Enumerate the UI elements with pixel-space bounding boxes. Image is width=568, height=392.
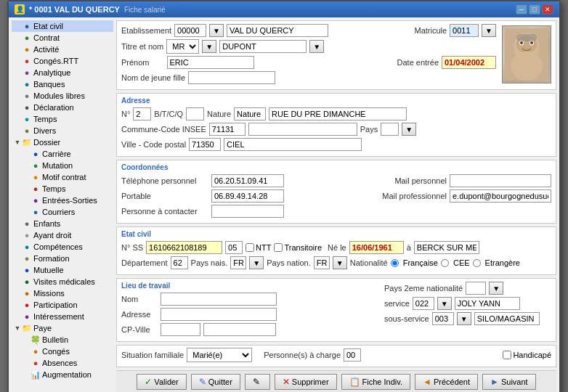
sidebar-item-declaration[interactable]: ● Déclaration: [12, 102, 113, 113]
matricule-input[interactable]: [450, 24, 479, 37]
pays-nais-input[interactable]: [230, 256, 246, 269]
sidebar-item-bulletin[interactable]: 🍀 Bulletin: [12, 334, 113, 346]
pays-nation-button[interactable]: ▼: [333, 256, 347, 269]
personnes-charge-input[interactable]: [344, 348, 361, 362]
nss-input[interactable]: [146, 241, 222, 254]
sidebar-item-activite[interactable]: ● Activité: [12, 44, 113, 55]
nss2-input[interactable]: [225, 241, 243, 254]
ntt-checkbox[interactable]: [246, 243, 254, 252]
etablissement-search-button[interactable]: ▼: [209, 24, 224, 37]
lieu-nom-input[interactable]: [161, 293, 277, 306]
lieu-adresse-input[interactable]: [161, 308, 277, 321]
matricule-button[interactable]: ▼: [482, 24, 496, 37]
n-input[interactable]: [133, 107, 151, 121]
sidebar-item-modules-libres[interactable]: ● Modules libres: [12, 90, 113, 102]
fiche-indiv-button[interactable]: 📋 Fiche Indiv.: [341, 374, 410, 390]
titre-select[interactable]: MR M. MME: [166, 39, 199, 54]
sidebar-item-augmentation[interactable]: 📊 Augmentation: [12, 369, 113, 380]
nat-cee-radio[interactable]: [441, 259, 449, 267]
sidebar-item-motif-contrat[interactable]: ● Motif contrat: [12, 171, 113, 183]
close-button[interactable]: ✕: [542, 4, 553, 15]
pays-2eme-input[interactable]: [466, 282, 486, 295]
sidebar-item-paye[interactable]: ▼ 📁 Paye: [12, 322, 113, 334]
quitter-button[interactable]: ✎ Quitter: [191, 374, 240, 390]
nele-input[interactable]: [349, 241, 404, 254]
supprimer-button[interactable]: ✕ Supprimer: [275, 374, 337, 390]
valider-button[interactable]: ✓ Valider: [137, 374, 186, 390]
titre-dropdown-button[interactable]: ▼: [202, 40, 216, 53]
pays-input[interactable]: [381, 123, 399, 136]
maximize-button[interactable]: □: [529, 4, 540, 15]
lieu-ville-input[interactable]: [203, 323, 276, 336]
sidebar-item-etat-civil[interactable]: ● Etat civil: [12, 20, 113, 32]
lieu-cp-input[interactable]: [161, 323, 200, 336]
mail-perso-input[interactable]: [450, 174, 551, 187]
ville-input[interactable]: [224, 138, 362, 151]
nat-etrangere-radio[interactable]: [473, 259, 481, 267]
nom-input[interactable]: [219, 40, 307, 53]
expand-icon: [22, 335, 31, 344]
etablissement-code-input[interactable]: [174, 24, 206, 37]
sidebar-item-participation[interactable]: ● Participation: [12, 299, 113, 311]
sous-service-name-input[interactable]: [474, 312, 540, 325]
handicape-checkbox[interactable]: [503, 351, 511, 359]
sidebar-item-missions[interactable]: ● Missions: [12, 287, 113, 299]
service-button[interactable]: ▼: [437, 297, 452, 310]
minimize-button[interactable]: ─: [516, 4, 527, 15]
pays-nais-button[interactable]: ▼: [249, 256, 264, 269]
mail-pro-input[interactable]: [450, 189, 551, 203]
personne-contact-input[interactable]: [211, 205, 284, 218]
sidebar-item-absences[interactable]: ● Absences: [12, 357, 113, 369]
situation-familiale-select[interactable]: Marié(e) Célibataire Divorcé(e) Veuf(ve)…: [187, 348, 252, 362]
sidebar-item-conges2[interactable]: ● Congés: [12, 346, 113, 357]
sidebar-item-visites-medicales[interactable]: ● Visites médicales: [12, 276, 113, 287]
nat-francaise-radio[interactable]: [391, 259, 399, 267]
nature-input[interactable]: [234, 107, 266, 121]
sidebar-item-interessement[interactable]: ● Intéressement: [12, 311, 113, 322]
sidebar-item-enfants[interactable]: ● Enfants: [12, 218, 113, 229]
sidebar-item-courriers[interactable]: ● Courriers: [12, 206, 113, 218]
tel-perso-input[interactable]: [211, 174, 284, 187]
pays-nation-input[interactable]: [314, 256, 330, 269]
sidebar-item-formation[interactable]: ● Formation: [12, 253, 113, 264]
sidebar-item-conges-rtt[interactable]: ● Congés.RTT: [12, 55, 113, 67]
rue-input[interactable]: [269, 107, 407, 121]
sidebar-item-entrees-sorties[interactable]: ● Entrées-Sorties: [12, 195, 113, 206]
departement-input[interactable]: [171, 256, 188, 269]
sidebar-item-banques[interactable]: ● Banques: [12, 78, 113, 90]
commune-code-input[interactable]: [209, 123, 246, 136]
prenom-input[interactable]: [167, 56, 254, 69]
pays-button[interactable]: ▼: [402, 123, 416, 136]
service-code-input[interactable]: [413, 297, 434, 310]
pays-2eme-button[interactable]: ▼: [489, 282, 503, 295]
portable-input[interactable]: [211, 189, 284, 203]
lieu-travail-inner: Lieu de travail Nom Adresse CP-Ville: [121, 282, 551, 338]
nom-jeune-fille-input[interactable]: [188, 71, 275, 84]
svg-point-5: [520, 41, 523, 44]
sidebar-item-mutuelle[interactable]: ● Mutuelle: [12, 264, 113, 276]
commune-name-input[interactable]: [248, 123, 357, 136]
sidebar-item-temps[interactable]: ● Temps: [12, 113, 113, 125]
service-name-input[interactable]: [455, 297, 520, 310]
etablissement-name-input[interactable]: [227, 24, 328, 37]
sous-service-button[interactable]: ▼: [457, 312, 471, 325]
sidebar-item-contrat[interactable]: ● Contrat: [12, 32, 113, 44]
sidebar-item-temps2[interactable]: ● Temps: [12, 183, 113, 195]
sidebar-item-dossier[interactable]: ▼ 📁 Dossier: [12, 136, 113, 148]
sidebar-item-analytique[interactable]: ● Analytique: [12, 67, 113, 78]
sous-service-code-input[interactable]: [432, 312, 454, 325]
precedent-button[interactable]: ◄ Précédent: [415, 374, 478, 390]
suivant-button[interactable]: ► Suivant: [482, 374, 536, 390]
nom-button[interactable]: ▼: [309, 40, 324, 53]
sidebar-item-carriere[interactable]: ● Carrière: [12, 148, 113, 160]
sidebar-item-ayant-droit[interactable]: ● Ayant droit: [12, 229, 113, 241]
sidebar-item-divers[interactable]: ● Divers: [12, 125, 113, 136]
sidebar-item-competences[interactable]: ● Compétences: [12, 241, 113, 253]
transitoire-checkbox[interactable]: [274, 243, 283, 252]
sidebar-item-mutation[interactable]: ● Mutation: [12, 160, 113, 171]
date-entree-input[interactable]: [442, 56, 496, 69]
btciq-input[interactable]: [186, 107, 204, 121]
ville-naissance-input[interactable]: [414, 241, 479, 254]
edit-button[interactable]: ✎: [245, 374, 270, 390]
cp-input[interactable]: [189, 138, 221, 151]
